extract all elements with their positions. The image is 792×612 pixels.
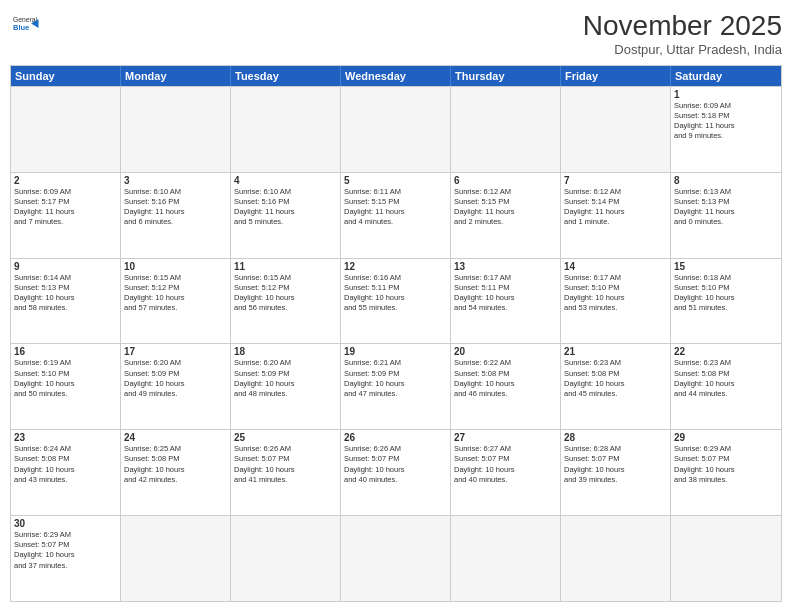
day-number: 16 <box>14 346 117 357</box>
cell-info: Sunrise: 6:25 AM Sunset: 5:08 PM Dayligh… <box>124 444 227 485</box>
table-row: 13Sunrise: 6:17 AM Sunset: 5:11 PM Dayli… <box>451 259 561 344</box>
table-row <box>121 87 231 172</box>
header-cell-saturday: Saturday <box>671 66 781 86</box>
table-row: 8Sunrise: 6:13 AM Sunset: 5:13 PM Daylig… <box>671 173 781 258</box>
table-row: 17Sunrise: 6:20 AM Sunset: 5:09 PM Dayli… <box>121 344 231 429</box>
table-row <box>341 87 451 172</box>
table-row <box>341 516 451 601</box>
table-row: 23Sunrise: 6:24 AM Sunset: 5:08 PM Dayli… <box>11 430 121 515</box>
day-number: 20 <box>454 346 557 357</box>
table-row: 30Sunrise: 6:29 AM Sunset: 5:07 PM Dayli… <box>11 516 121 601</box>
cell-info: Sunrise: 6:21 AM Sunset: 5:09 PM Dayligh… <box>344 358 447 399</box>
calendar-row-0: 1Sunrise: 6:09 AM Sunset: 5:18 PM Daylig… <box>11 86 781 172</box>
table-row: 28Sunrise: 6:28 AM Sunset: 5:07 PM Dayli… <box>561 430 671 515</box>
cell-info: Sunrise: 6:23 AM Sunset: 5:08 PM Dayligh… <box>674 358 778 399</box>
day-number: 17 <box>124 346 227 357</box>
cell-info: Sunrise: 6:12 AM Sunset: 5:14 PM Dayligh… <box>564 187 667 228</box>
table-row: 9Sunrise: 6:14 AM Sunset: 5:13 PM Daylig… <box>11 259 121 344</box>
day-number: 21 <box>564 346 667 357</box>
table-row <box>231 87 341 172</box>
title-block: November 2025 Dostpur, Uttar Pradesh, In… <box>583 10 782 57</box>
day-number: 9 <box>14 261 117 272</box>
day-number: 2 <box>14 175 117 186</box>
table-row <box>11 87 121 172</box>
table-row <box>561 516 671 601</box>
table-row: 22Sunrise: 6:23 AM Sunset: 5:08 PM Dayli… <box>671 344 781 429</box>
day-number: 6 <box>454 175 557 186</box>
header-cell-wednesday: Wednesday <box>341 66 451 86</box>
table-row: 15Sunrise: 6:18 AM Sunset: 5:10 PM Dayli… <box>671 259 781 344</box>
table-row: 29Sunrise: 6:29 AM Sunset: 5:07 PM Dayli… <box>671 430 781 515</box>
calendar-body: 1Sunrise: 6:09 AM Sunset: 5:18 PM Daylig… <box>11 86 781 601</box>
day-number: 23 <box>14 432 117 443</box>
table-row: 14Sunrise: 6:17 AM Sunset: 5:10 PM Dayli… <box>561 259 671 344</box>
table-row: 3Sunrise: 6:10 AM Sunset: 5:16 PM Daylig… <box>121 173 231 258</box>
table-row: 19Sunrise: 6:21 AM Sunset: 5:09 PM Dayli… <box>341 344 451 429</box>
day-number: 15 <box>674 261 778 272</box>
header-cell-friday: Friday <box>561 66 671 86</box>
cell-info: Sunrise: 6:18 AM Sunset: 5:10 PM Dayligh… <box>674 273 778 314</box>
day-number: 18 <box>234 346 337 357</box>
day-number: 12 <box>344 261 447 272</box>
table-row: 24Sunrise: 6:25 AM Sunset: 5:08 PM Dayli… <box>121 430 231 515</box>
table-row: 26Sunrise: 6:26 AM Sunset: 5:07 PM Dayli… <box>341 430 451 515</box>
subtitle: Dostpur, Uttar Pradesh, India <box>583 42 782 57</box>
day-number: 14 <box>564 261 667 272</box>
day-number: 11 <box>234 261 337 272</box>
calendar-row-1: 2Sunrise: 6:09 AM Sunset: 5:17 PM Daylig… <box>11 172 781 258</box>
header-cell-tuesday: Tuesday <box>231 66 341 86</box>
logo: General Blue <box>10 10 40 40</box>
calendar: SundayMondayTuesdayWednesdayThursdayFrid… <box>10 65 782 602</box>
day-number: 13 <box>454 261 557 272</box>
day-number: 26 <box>344 432 447 443</box>
cell-info: Sunrise: 6:29 AM Sunset: 5:07 PM Dayligh… <box>14 530 117 571</box>
cell-info: Sunrise: 6:16 AM Sunset: 5:11 PM Dayligh… <box>344 273 447 314</box>
table-row: 12Sunrise: 6:16 AM Sunset: 5:11 PM Dayli… <box>341 259 451 344</box>
table-row: 20Sunrise: 6:22 AM Sunset: 5:08 PM Dayli… <box>451 344 561 429</box>
cell-info: Sunrise: 6:11 AM Sunset: 5:15 PM Dayligh… <box>344 187 447 228</box>
cell-info: Sunrise: 6:15 AM Sunset: 5:12 PM Dayligh… <box>234 273 337 314</box>
table-row <box>451 87 561 172</box>
day-number: 28 <box>564 432 667 443</box>
table-row: 21Sunrise: 6:23 AM Sunset: 5:08 PM Dayli… <box>561 344 671 429</box>
day-number: 7 <box>564 175 667 186</box>
cell-info: Sunrise: 6:19 AM Sunset: 5:10 PM Dayligh… <box>14 358 117 399</box>
calendar-row-3: 16Sunrise: 6:19 AM Sunset: 5:10 PM Dayli… <box>11 343 781 429</box>
cell-info: Sunrise: 6:17 AM Sunset: 5:10 PM Dayligh… <box>564 273 667 314</box>
day-number: 24 <box>124 432 227 443</box>
calendar-header: SundayMondayTuesdayWednesdayThursdayFrid… <box>11 66 781 86</box>
table-row: 10Sunrise: 6:15 AM Sunset: 5:12 PM Dayli… <box>121 259 231 344</box>
day-number: 19 <box>344 346 447 357</box>
cell-info: Sunrise: 6:12 AM Sunset: 5:15 PM Dayligh… <box>454 187 557 228</box>
day-number: 8 <box>674 175 778 186</box>
month-title: November 2025 <box>583 10 782 42</box>
table-row: 25Sunrise: 6:26 AM Sunset: 5:07 PM Dayli… <box>231 430 341 515</box>
cell-info: Sunrise: 6:23 AM Sunset: 5:08 PM Dayligh… <box>564 358 667 399</box>
page: General Blue November 2025 Dostpur, Utta… <box>0 0 792 612</box>
header: General Blue November 2025 Dostpur, Utta… <box>10 10 782 57</box>
day-number: 27 <box>454 432 557 443</box>
svg-text:Blue: Blue <box>13 23 29 32</box>
header-cell-monday: Monday <box>121 66 231 86</box>
table-row: 11Sunrise: 6:15 AM Sunset: 5:12 PM Dayli… <box>231 259 341 344</box>
cell-info: Sunrise: 6:20 AM Sunset: 5:09 PM Dayligh… <box>124 358 227 399</box>
table-row <box>671 516 781 601</box>
day-number: 29 <box>674 432 778 443</box>
cell-info: Sunrise: 6:27 AM Sunset: 5:07 PM Dayligh… <box>454 444 557 485</box>
header-cell-sunday: Sunday <box>11 66 121 86</box>
table-row <box>121 516 231 601</box>
day-number: 30 <box>14 518 117 529</box>
day-number: 22 <box>674 346 778 357</box>
cell-info: Sunrise: 6:29 AM Sunset: 5:07 PM Dayligh… <box>674 444 778 485</box>
day-number: 5 <box>344 175 447 186</box>
day-number: 10 <box>124 261 227 272</box>
table-row: 1Sunrise: 6:09 AM Sunset: 5:18 PM Daylig… <box>671 87 781 172</box>
day-number: 25 <box>234 432 337 443</box>
cell-info: Sunrise: 6:28 AM Sunset: 5:07 PM Dayligh… <box>564 444 667 485</box>
calendar-row-4: 23Sunrise: 6:24 AM Sunset: 5:08 PM Dayli… <box>11 429 781 515</box>
table-row: 4Sunrise: 6:10 AM Sunset: 5:16 PM Daylig… <box>231 173 341 258</box>
cell-info: Sunrise: 6:17 AM Sunset: 5:11 PM Dayligh… <box>454 273 557 314</box>
cell-info: Sunrise: 6:10 AM Sunset: 5:16 PM Dayligh… <box>234 187 337 228</box>
day-number: 4 <box>234 175 337 186</box>
cell-info: Sunrise: 6:26 AM Sunset: 5:07 PM Dayligh… <box>234 444 337 485</box>
